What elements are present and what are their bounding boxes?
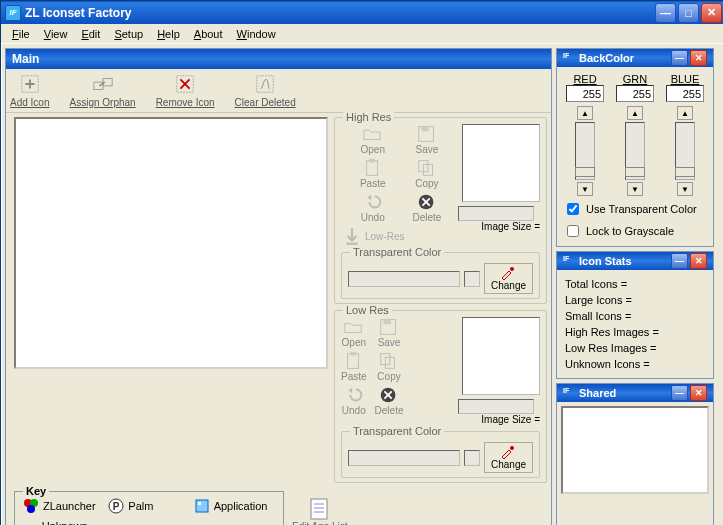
use-transparent-checkbox[interactable]: Use Transparent Color: [563, 200, 707, 218]
hr-lowres-button[interactable]: Low-Res: [341, 226, 404, 246]
grn-input[interactable]: [616, 85, 654, 102]
undo-icon: [343, 385, 365, 405]
grn-up-button[interactable]: ▲: [627, 106, 643, 120]
lr-change-button[interactable]: Change: [484, 442, 533, 473]
hr-transparent-swatch: [464, 271, 480, 287]
window-title: ZL Iconset Factory: [25, 6, 655, 20]
lock-gray-input[interactable]: [567, 225, 579, 237]
hr-change-button[interactable]: Change: [484, 263, 533, 294]
use-transparent-input[interactable]: [567, 203, 579, 215]
lr-paste-button[interactable]: Paste: [341, 351, 367, 382]
minimize-button[interactable]: —: [655, 3, 676, 23]
iconstats-min-button[interactable]: —: [671, 253, 688, 269]
svg-rect-17: [384, 320, 391, 325]
key-legend: Key: [23, 485, 49, 497]
stat-highres: High Res Images =: [565, 324, 705, 340]
svg-point-13: [510, 267, 514, 271]
main-toolbar: Add Icon Assign Orphan Remove Icon Clear…: [6, 69, 551, 113]
menubar: File View Edit Setup Help About Window: [1, 24, 723, 44]
menu-view[interactable]: View: [37, 26, 75, 42]
blue-slider[interactable]: [675, 122, 695, 180]
backcolor-close-button[interactable]: ✕: [690, 50, 707, 66]
assign-orphan-button[interactable]: Assign Orphan: [69, 73, 135, 108]
blue-up-button[interactable]: ▲: [677, 106, 693, 120]
palm-icon: P: [108, 498, 124, 514]
close-button[interactable]: ✕: [701, 3, 722, 23]
key-unknown: ?Unknown App: [23, 520, 104, 525]
save-icon: [416, 124, 438, 144]
menu-file[interactable]: File: [5, 26, 37, 42]
edit-app-list-button[interactable]: Edit App List: [292, 497, 348, 525]
grn-slider[interactable]: [625, 122, 645, 180]
red-down-button[interactable]: ▼: [577, 182, 593, 196]
grn-down-button[interactable]: ▼: [627, 182, 643, 196]
key-application: Application: [194, 498, 275, 514]
lr-transparent-legend: Transparent Color: [350, 425, 444, 437]
hr-open-button[interactable]: Open: [361, 124, 385, 155]
iconstats-panel: IF Icon Stats —✕ Total Icons = Large Ico…: [556, 251, 714, 379]
hr-size-bar: [458, 206, 534, 221]
app-icon: IF: [5, 5, 21, 21]
low-res-group: Low Res Open Paste Undo Save Co: [334, 310, 547, 483]
svg-rect-27: [196, 500, 208, 512]
shared-panel: IF Shared —✕: [556, 383, 714, 525]
menu-window[interactable]: Window: [230, 26, 283, 42]
lr-image-size-label: Image Size =: [458, 414, 540, 425]
red-label: RED: [573, 73, 596, 85]
icon-list-canvas[interactable]: [14, 117, 328, 369]
hr-copy-button[interactable]: Copy: [415, 158, 438, 189]
main-panel-label: Main: [12, 52, 39, 66]
menu-about[interactable]: About: [187, 26, 230, 42]
shared-close-button[interactable]: ✕: [690, 385, 707, 401]
lr-open-button[interactable]: Open: [342, 317, 366, 348]
menu-edit[interactable]: Edit: [74, 26, 107, 42]
hr-transparent-bar: [348, 271, 460, 287]
backcolor-min-button[interactable]: —: [671, 50, 688, 66]
red-up-button[interactable]: ▲: [577, 106, 593, 120]
svg-rect-6: [369, 159, 375, 163]
menu-setup[interactable]: Setup: [107, 26, 150, 42]
eyedropper-icon: [500, 266, 516, 280]
low-res-legend: Low Res: [343, 304, 392, 316]
lock-gray-checkbox[interactable]: Lock to Grayscale: [563, 222, 707, 240]
lr-preview: [462, 317, 540, 395]
stat-large: Large Icons =: [565, 292, 705, 308]
plus-icon: [19, 73, 41, 95]
add-icon-button[interactable]: Add Icon: [10, 73, 49, 108]
blue-input[interactable]: [666, 85, 704, 102]
hr-save-button[interactable]: Save: [416, 124, 439, 155]
blue-down-button[interactable]: ▼: [677, 182, 693, 196]
shared-min-button[interactable]: —: [671, 385, 688, 401]
clear-deleted-button[interactable]: Clear Deleted: [235, 73, 296, 108]
red-slider[interactable]: [575, 122, 595, 180]
stat-lowres: Low Res Images =: [565, 340, 705, 356]
lr-save-button[interactable]: Save: [378, 317, 401, 348]
stat-small: Small Icons =: [565, 308, 705, 324]
svg-rect-1: [93, 82, 102, 89]
copy-icon: [416, 158, 438, 178]
eyedropper-icon: [500, 445, 516, 459]
key-zlauncher: ZLauncher: [23, 498, 104, 514]
hr-delete-button[interactable]: Delete: [412, 192, 441, 223]
maximize-button[interactable]: □: [678, 3, 699, 23]
lr-copy-button[interactable]: Copy: [377, 351, 400, 382]
remove-icon-button[interactable]: Remove Icon: [156, 73, 215, 108]
iconstats-close-button[interactable]: ✕: [690, 253, 707, 269]
svg-rect-4: [257, 76, 274, 93]
hr-transparent-group: Transparent Color Change: [341, 252, 540, 299]
titlebar: IF ZL Iconset Factory — □ ✕: [1, 1, 723, 24]
window-buttons: — □ ✕: [655, 3, 722, 23]
hr-transparent-legend: Transparent Color: [350, 246, 444, 258]
lr-transparent-bar: [348, 450, 460, 466]
folder-open-icon: [343, 317, 365, 337]
svg-rect-9: [421, 127, 428, 132]
add-icon-label: Add Icon: [10, 97, 49, 108]
red-input[interactable]: [566, 85, 604, 102]
shared-list[interactable]: [561, 406, 709, 494]
list-icon: [307, 497, 333, 521]
hr-paste-button[interactable]: Paste: [360, 158, 386, 189]
lr-undo-button[interactable]: Undo: [342, 385, 366, 416]
menu-help[interactable]: Help: [150, 26, 187, 42]
hr-undo-button[interactable]: Undo: [361, 192, 385, 223]
lr-delete-button[interactable]: Delete: [375, 385, 404, 416]
